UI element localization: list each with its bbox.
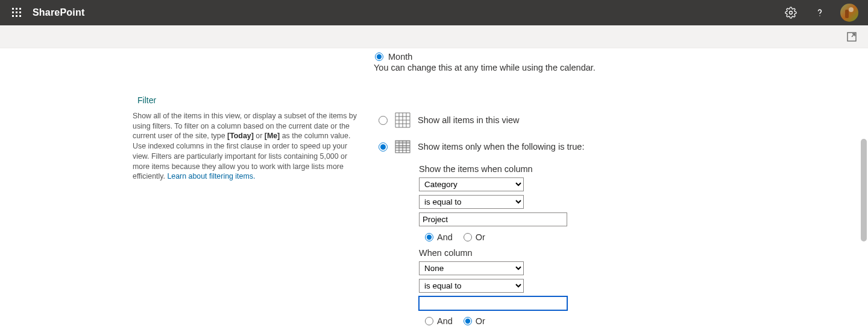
filter-clause-1-header: Show the items when column: [419, 164, 584, 174]
filter-clause-1-and-radio[interactable]: [425, 233, 433, 241]
svg-rect-1: [16, 8, 17, 10]
svg-line-12: [852, 34, 855, 37]
subheader-strip: [0, 25, 868, 48]
filter-clause-2-connector: And Or: [425, 316, 584, 326]
svg-rect-2: [19, 8, 21, 10]
calendar-scope-fragment: Month You can change this at any time wh…: [375, 52, 868, 72]
filter-clause-2-header: When column: [419, 248, 584, 258]
gear-icon: [785, 7, 797, 19]
svg-rect-0: [12, 8, 14, 10]
fullscreen-icon: [847, 32, 857, 42]
filter-option-all-radio[interactable]: [379, 116, 388, 125]
filter-clause-2-column-select[interactable]: None: [419, 261, 524, 275]
filter-section-left: Filter Show all of the items in this vie…: [133, 95, 358, 182]
filter-clause-1-value-input[interactable]: [419, 212, 567, 226]
calendar-scope-month-row: Month: [375, 52, 868, 62]
svg-rect-31: [395, 141, 410, 143]
help-button[interactable]: [808, 0, 832, 25]
filter-clause-2-and-text: And: [437, 316, 453, 326]
filter-clause-2-operator-select[interactable]: is equal to: [419, 279, 524, 293]
calendar-scope-note: You can change this at any time while us…: [374, 63, 868, 72]
filter-option-all-row: Show all items in this view: [379, 111, 584, 129]
filter-clause-2-value-input[interactable]: [419, 296, 567, 310]
scrollbar-thumb[interactable]: [861, 139, 867, 241]
filter-section: Filter Show all of the items in this vie…: [133, 95, 868, 332]
filter-clause-1-operator-select[interactable]: is equal to: [419, 195, 524, 209]
filter-clause-1-or-label[interactable]: Or: [464, 232, 485, 242]
filter-clause-1: Show the items when column Category is e…: [419, 164, 584, 326]
filter-section-title: Filter: [137, 95, 358, 105]
filter-option-when-row: Show items only when the following is tr…: [379, 138, 584, 156]
filter-clause-1-and-text: And: [437, 232, 453, 242]
app-header: SharePoint: [0, 0, 868, 25]
filter-option-when-radio[interactable]: [379, 142, 388, 152]
svg-rect-4: [16, 11, 17, 13]
header-right-group: [779, 0, 863, 25]
svg-point-10: [819, 15, 820, 16]
filter-clause-1-or-radio[interactable]: [464, 233, 472, 241]
svg-rect-5: [19, 11, 21, 13]
filter-clause-1-column-select[interactable]: Category: [419, 177, 524, 191]
settings-button[interactable]: [779, 0, 803, 25]
avatar[interactable]: [840, 4, 858, 22]
filter-option-all-label: Show all items in this view: [418, 115, 519, 125]
calendar-scope-month-label: Month: [388, 52, 412, 62]
brand-title: SharePoint: [33, 7, 84, 18]
filter-clause-1-connector: And Or: [425, 232, 584, 242]
filter-clause-2-or-text: Or: [476, 316, 485, 326]
filter-clause-2-or-radio[interactable]: [464, 317, 472, 325]
settings-content: Month You can change this at any time wh…: [0, 48, 868, 332]
svg-rect-7: [16, 15, 17, 17]
filter-all-icon: [394, 111, 412, 129]
filter-section-right: Show all items in this view: [379, 95, 584, 332]
settings-viewport: Month You can change this at any time wh…: [0, 48, 868, 335]
svg-rect-3: [12, 11, 14, 13]
filter-clause-1-and-label[interactable]: And: [425, 232, 453, 242]
app-launcher-button[interactable]: [5, 0, 29, 25]
help-icon: [814, 7, 826, 19]
svg-rect-32: [395, 145, 410, 148]
svg-rect-8: [19, 15, 21, 17]
filter-clause-2-and-label[interactable]: And: [425, 316, 453, 326]
filter-clause-2-and-radio[interactable]: [425, 317, 433, 325]
filter-option-when-label: Show items only when the following is tr…: [418, 142, 584, 152]
filter-help-or: or: [254, 132, 265, 140]
fullscreen-button[interactable]: [844, 29, 860, 45]
svg-rect-6: [12, 15, 14, 17]
filter-help-link[interactable]: Learn about filtering items.: [167, 172, 255, 180]
svg-point-9: [790, 11, 793, 14]
filter-help-me: [Me]: [265, 132, 280, 140]
waffle-icon: [12, 8, 22, 18]
filter-when-icon: [394, 138, 412, 156]
filter-clause-2-or-label[interactable]: Or: [464, 316, 485, 326]
filter-clause-1-or-text: Or: [476, 232, 485, 242]
filter-help-today: [Today]: [227, 132, 254, 140]
calendar-scope-month-radio[interactable]: [375, 53, 383, 61]
filter-section-help: Show all of the items in this view, or d…: [133, 111, 358, 182]
